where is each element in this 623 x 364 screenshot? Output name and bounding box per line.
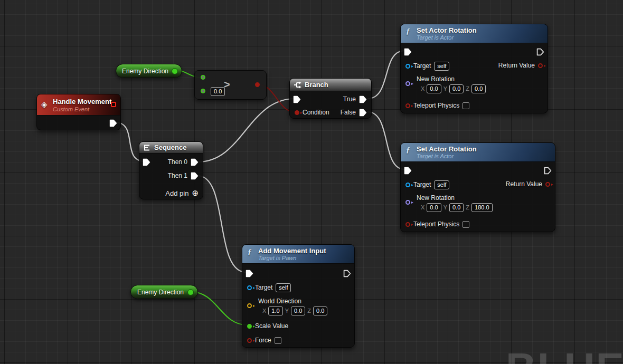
new-rotation-pin[interactable] bbox=[405, 81, 410, 86]
rotation-z-field[interactable]: 180.0 bbox=[471, 203, 493, 212]
target-pin[interactable] bbox=[247, 285, 252, 290]
scale-value-pin[interactable] bbox=[247, 324, 252, 329]
exec-out-pin[interactable] bbox=[343, 270, 351, 277]
axis-z-label: Z bbox=[307, 308, 311, 314]
function-icon: ƒ bbox=[406, 146, 410, 155]
false-exec-pin[interactable] bbox=[359, 109, 367, 117]
node-set-actor-rotation-top[interactable]: ƒ Set Actor Rotation Target is Actor Tar… bbox=[400, 24, 548, 113]
target-pin[interactable] bbox=[405, 183, 410, 187]
teleport-physics-pin[interactable] bbox=[405, 103, 410, 108]
node-enemy-direction-getter-top[interactable]: Enemy Direction bbox=[116, 64, 182, 78]
node-title: Sequence bbox=[154, 143, 186, 151]
then1-label: Then 1 bbox=[168, 172, 187, 179]
variable-label: Enemy Direction bbox=[137, 289, 184, 296]
force-pin[interactable] bbox=[247, 338, 252, 343]
exec-in-pin[interactable] bbox=[246, 270, 253, 277]
delegate-pin[interactable] bbox=[111, 102, 116, 107]
input-a-pin[interactable] bbox=[201, 75, 205, 80]
exec-in-pin[interactable] bbox=[404, 167, 412, 175]
true-label: True bbox=[343, 95, 356, 103]
exec-out-pin[interactable] bbox=[109, 119, 117, 127]
return-value-pin[interactable] bbox=[538, 63, 543, 68]
new-rotation-label: New Rotation bbox=[417, 75, 455, 83]
false-label: False bbox=[341, 109, 356, 116]
world-direction-label: World Direction bbox=[258, 298, 301, 305]
direction-z-field[interactable]: 0.0 bbox=[313, 306, 327, 315]
target-value-field[interactable]: self bbox=[434, 180, 449, 189]
exec-in-pin[interactable] bbox=[293, 95, 301, 103]
node-add-movement-input[interactable]: ƒ Add Movement Input Target is Pawn Targ… bbox=[242, 244, 355, 348]
node-sequence[interactable]: Sequence Then 0 Then 1 ⊕ Add pin bbox=[139, 141, 203, 199]
then1-exec-pin[interactable] bbox=[191, 172, 199, 180]
axis-y-label: Y bbox=[443, 204, 447, 210]
node-title: Branch bbox=[305, 81, 328, 89]
return-value-label: Return Value bbox=[506, 180, 542, 188]
return-value-pin[interactable] bbox=[545, 182, 550, 187]
new-rotation-pin[interactable] bbox=[405, 200, 410, 205]
new-rotation-label: New Rotation bbox=[417, 194, 455, 202]
scale-value-label: Scale Value bbox=[255, 322, 288, 330]
bool-output-pin[interactable] bbox=[255, 82, 260, 87]
world-direction-pin[interactable] bbox=[247, 303, 252, 308]
axis-x-label: X bbox=[421, 85, 424, 92]
add-pin-button[interactable]: ⊕ Add pin bbox=[165, 188, 199, 198]
blueprint-graph-canvas[interactable]: { "canvas": { "watermark": "BLUEPRINT" }… bbox=[0, 0, 623, 364]
teleport-physics-label: Teleport Physics bbox=[413, 221, 459, 228]
node-enemy-direction-getter-bottom[interactable]: Enemy Direction bbox=[130, 285, 198, 299]
teleport-physics-checkbox[interactable] bbox=[462, 102, 469, 109]
wire-exec-then1-to-addmovement[interactable] bbox=[197, 176, 246, 272]
node-title: Handle Movement bbox=[53, 98, 111, 106]
force-checkbox[interactable] bbox=[275, 337, 281, 344]
target-label: Target bbox=[255, 284, 272, 291]
target-label: Target bbox=[413, 181, 431, 188]
node-title: Set Actor Rotation bbox=[417, 26, 477, 34]
node-title: Set Actor Rotation bbox=[417, 145, 477, 153]
teleport-physics-pin[interactable] bbox=[405, 222, 410, 227]
direction-y-field[interactable]: 0.0 bbox=[291, 306, 305, 315]
node-branch[interactable]: Branch True Condition False bbox=[289, 78, 372, 119]
teleport-physics-checkbox[interactable] bbox=[462, 221, 469, 228]
direction-x-field[interactable]: 1.0 bbox=[268, 306, 282, 315]
wire-float-enemydirection-to-scalevalue[interactable] bbox=[191, 292, 247, 325]
node-handle-movement-event[interactable]: ◈ Handle Movement Custom Event bbox=[36, 94, 121, 130]
node-subtitle: Target is Actor bbox=[417, 34, 454, 41]
teleport-physics-label: Teleport Physics bbox=[413, 102, 459, 109]
add-pin-label: Add pin bbox=[165, 189, 188, 197]
node-set-actor-rotation-bottom[interactable]: ƒ Set Actor Rotation Target is Actor Tar… bbox=[400, 142, 555, 232]
exec-out-pin[interactable] bbox=[536, 48, 544, 56]
node-subtitle: Target is Pawn bbox=[258, 255, 296, 261]
condition-label: Condition bbox=[303, 109, 329, 116]
axis-x-label: X bbox=[421, 204, 424, 210]
float-output-pin[interactable] bbox=[172, 68, 178, 74]
axis-z-label: Z bbox=[466, 204, 469, 210]
condition-pin[interactable] bbox=[295, 110, 299, 115]
function-icon: ƒ bbox=[248, 247, 252, 256]
add-pin-icon: ⊕ bbox=[192, 188, 199, 198]
node-title: Add Movement Input bbox=[258, 247, 326, 255]
float-output-pin[interactable] bbox=[187, 289, 194, 295]
node-greater-than[interactable]: 0.0 > bbox=[194, 70, 267, 100]
wire-exec-true-to-rotation-top[interactable] bbox=[367, 51, 404, 99]
axis-y-label: Y bbox=[285, 308, 289, 314]
exec-in-pin[interactable] bbox=[143, 158, 150, 166]
rotation-y-field[interactable]: 0.0 bbox=[449, 84, 464, 93]
axis-x-label: X bbox=[262, 308, 266, 314]
variable-label: Enemy Direction bbox=[122, 68, 168, 75]
branch-icon bbox=[294, 81, 303, 89]
wire-exec-then0-to-branch[interactable] bbox=[197, 99, 295, 162]
target-pin[interactable] bbox=[405, 64, 410, 69]
true-exec-pin[interactable] bbox=[359, 95, 367, 103]
rotation-z-field[interactable]: 0.0 bbox=[471, 84, 486, 93]
rotation-y-field[interactable]: 0.0 bbox=[449, 203, 464, 212]
then0-exec-pin[interactable] bbox=[191, 158, 199, 166]
exec-in-pin[interactable] bbox=[404, 48, 412, 56]
target-value-field[interactable]: self bbox=[276, 283, 291, 292]
target-value-field[interactable]: self bbox=[434, 62, 449, 71]
input-b-value-field[interactable]: 0.0 bbox=[211, 87, 225, 96]
rotation-x-field[interactable]: 0.0 bbox=[427, 203, 441, 212]
wire-exec-false-to-rotation-bottom[interactable] bbox=[367, 112, 404, 169]
exec-out-pin[interactable] bbox=[544, 167, 552, 175]
return-value-label: Return Value bbox=[498, 62, 535, 69]
rotation-x-field[interactable]: 0.0 bbox=[427, 84, 441, 93]
input-b-pin[interactable] bbox=[201, 89, 205, 93]
